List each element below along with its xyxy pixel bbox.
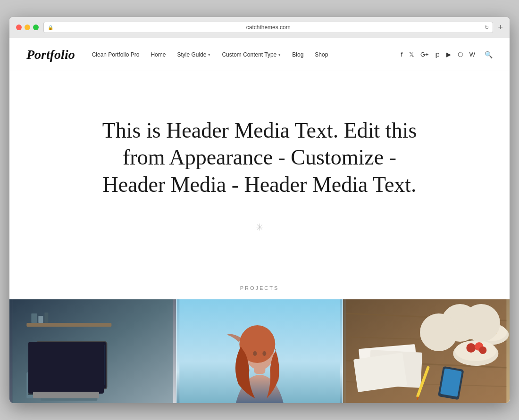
portfolio-item-woman[interactable] — [176, 299, 343, 403]
google-plus-icon[interactable]: G+ — [420, 51, 429, 58]
svg-rect-9 — [64, 389, 78, 394]
hero-divider: ✳ — [256, 222, 264, 233]
chevron-down-icon: ▾ — [208, 52, 210, 57]
svg-rect-13 — [28, 374, 63, 395]
svg-point-29 — [462, 313, 471, 323]
svg-point-37 — [467, 343, 476, 353]
svg-rect-10 — [57, 393, 85, 395]
minimize-button[interactable] — [25, 25, 30, 30]
url-text: catchthemes.com — [246, 24, 291, 31]
browser-window: 🔒 catchthemes.com ↻ + Portfolio Clean Po… — [9, 17, 510, 403]
nav-item-blog[interactable]: Blog — [286, 51, 309, 58]
nav-item-style-guide[interactable]: Style Guide ▾ — [171, 51, 216, 58]
projects-section: PROJECTS — [9, 269, 510, 299]
svg-rect-3 — [31, 313, 37, 323]
new-tab-button[interactable]: + — [498, 23, 503, 33]
instagram-icon[interactable]: ⬡ — [458, 51, 463, 58]
portfolio-grid — [9, 299, 510, 403]
projects-label: PROJECTS — [240, 285, 279, 291]
svg-point-36 — [455, 340, 497, 361]
svg-rect-8 — [38, 344, 104, 386]
portfolio-item-desk[interactable] — [9, 299, 176, 403]
nav-item-home[interactable]: Home — [145, 51, 171, 58]
facebook-icon[interactable]: f — [401, 51, 402, 58]
social-icons: f 𝕏 G+ 𝕡 ▶ ⬡ W 🔍 — [401, 51, 493, 58]
svg-point-28 — [454, 315, 465, 326]
traffic-lights — [16, 25, 39, 30]
lock-icon: 🔒 — [48, 25, 53, 30]
svg-rect-6 — [36, 342, 107, 389]
svg-point-27 — [443, 311, 490, 335]
portfolio-image-desk — [9, 299, 176, 403]
nav-item-shop[interactable]: Shop — [309, 51, 334, 58]
pinterest-icon[interactable]: 𝕡 — [435, 51, 440, 58]
svg-rect-2 — [26, 323, 111, 327]
twitter-icon[interactable]: 𝕏 — [409, 51, 414, 58]
hero-text: This is Header Media Text. Edit this fro… — [94, 117, 425, 198]
svg-point-33 — [483, 326, 491, 335]
address-bar[interactable]: 🔒 catchthemes.com ↻ — [43, 22, 493, 33]
svg-rect-4 — [38, 316, 43, 323]
decorative-icon: ✳ — [256, 222, 264, 233]
svg-point-20 — [262, 351, 266, 356]
portfolio-image-woman — [176, 299, 343, 403]
maximize-button[interactable] — [33, 25, 39, 30]
search-icon[interactable]: 🔍 — [485, 51, 493, 58]
portfolio-item-food[interactable] — [343, 299, 510, 403]
svg-rect-5 — [44, 313, 48, 323]
chevron-down-icon: ▾ — [278, 52, 281, 57]
site-logo[interactable]: Portfolio — [26, 47, 75, 62]
close-button[interactable] — [16, 25, 22, 30]
svg-point-32 — [473, 323, 507, 341]
hero-section: This is Header Media Text. Edit this fro… — [9, 71, 510, 269]
site-header: Portfolio Clean Portfolio Pro Home Style… — [9, 38, 510, 71]
website-content: Portfolio Clean Portfolio Pro Home Style… — [9, 38, 510, 403]
svg-rect-42 — [353, 353, 407, 392]
svg-point-34 — [490, 328, 498, 335]
refresh-icon: ↻ — [485, 25, 489, 31]
browser-chrome: 🔒 catchthemes.com ↻ + — [9, 17, 510, 38]
nav-item-custom-content[interactable]: Custom Content Type ▾ — [216, 51, 286, 58]
svg-point-39 — [479, 346, 487, 354]
portfolio-image-food — [343, 299, 510, 403]
youtube-icon[interactable]: ▶ — [446, 51, 451, 58]
nav-item-clean-portfolio[interactable]: Clean Portfolio Pro — [86, 51, 145, 58]
wordpress-icon[interactable]: W — [469, 51, 475, 58]
svg-rect-7 — [38, 344, 104, 386]
svg-point-30 — [468, 316, 478, 326]
svg-point-19 — [253, 351, 257, 356]
primary-navigation: Clean Portfolio Pro Home Style Guide ▾ C… — [86, 51, 401, 58]
